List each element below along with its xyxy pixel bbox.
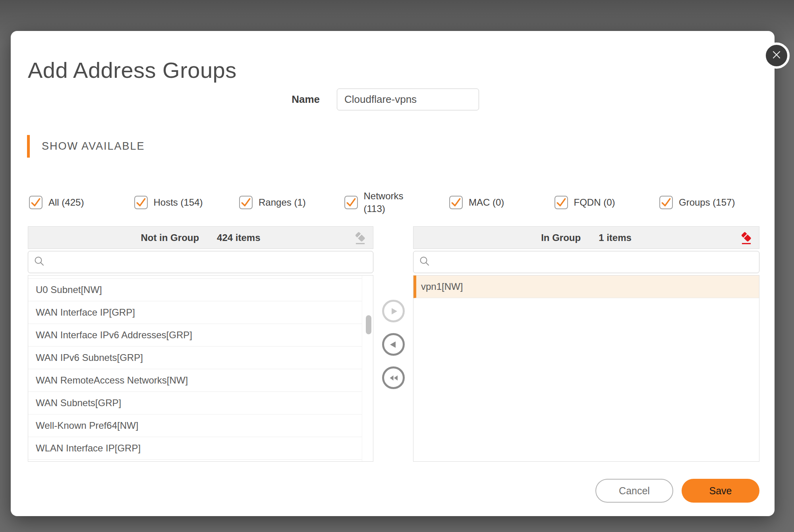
checkbox-checked-icon[interactable] <box>134 196 148 209</box>
name-field-label: Name <box>273 89 320 110</box>
clear-left-list-button[interactable] <box>353 230 367 245</box>
filter-checkbox[interactable]: Groups (157) <box>659 186 765 219</box>
save-button[interactable]: Save <box>682 479 759 503</box>
filter-checkbox[interactable]: Ranges (1) <box>239 186 344 219</box>
checkbox-checked-icon[interactable] <box>554 196 568 209</box>
move-all-left-button[interactable] <box>382 366 405 389</box>
section-accent-bar <box>27 135 30 158</box>
in-group-header: In Group 1 items <box>413 226 759 249</box>
in-group-title: In Group <box>541 232 581 243</box>
list-item[interactable]: U0 Subnet[NW] <box>28 279 362 301</box>
not-in-group-count: 424 items <box>217 232 260 243</box>
screen-backdrop: Add Address Groups Name SHOW AVAILABLE A… <box>0 0 794 532</box>
arrow-right-icon <box>388 306 399 317</box>
checkbox-checked-icon[interactable] <box>29 196 43 209</box>
close-button[interactable] <box>763 42 790 69</box>
list-item[interactable]: WAN Interface IPv6 Addresses[GRP] <box>28 324 362 347</box>
filter-label: FQDN (0) <box>574 196 615 209</box>
scrollbar-track <box>362 276 362 461</box>
selected-list-item[interactable]: vpn1[NW] <box>413 276 759 298</box>
filter-label: All (425) <box>48 196 84 209</box>
scrollbar-thumb[interactable] <box>366 315 371 334</box>
in-group-panel: In Group 1 items <box>413 226 759 462</box>
filter-checkbox[interactable]: Hosts (154) <box>134 186 240 219</box>
in-group-list: vpn1[NW] <box>413 275 759 462</box>
list-item[interactable]: WAN Interface IP[GRP] <box>28 301 362 324</box>
add-address-groups-dialog: Add Address Groups Name SHOW AVAILABLE A… <box>11 31 775 516</box>
list-item[interactable]: WAN Subnets[GRP] <box>28 392 362 414</box>
filter-checkbox[interactable]: FQDN (0) <box>554 186 660 219</box>
filter-label: MAC (0) <box>469 196 504 209</box>
filter-label: Networks (113) <box>364 190 409 216</box>
in-group-count: 1 items <box>599 232 632 243</box>
filter-checkbox[interactable]: MAC (0) <box>449 186 554 219</box>
checkbox-checked-icon[interactable] <box>239 196 253 209</box>
checkbox-checked-icon[interactable] <box>449 196 463 209</box>
filter-checkbox[interactable]: Networks (113) <box>344 186 450 219</box>
checkbox-checked-icon[interactable] <box>659 196 673 209</box>
arrow-left-icon <box>388 339 399 350</box>
list-item[interactable]: Well-Known Pref64[NW] <box>28 414 362 437</box>
filter-checkbox[interactable]: All (425) <box>29 186 134 219</box>
double-arrow-left-icon <box>388 372 399 384</box>
not-in-group-search-input[interactable] <box>28 251 373 273</box>
list-item[interactable]: WAN RemoteAccess Networks[NW] <box>28 369 362 392</box>
transfer-controls <box>382 300 405 389</box>
not-in-group-header: Not in Group 424 items <box>28 226 373 249</box>
in-group-search-input[interactable] <box>413 251 759 273</box>
show-available-heading: SHOW AVAILABLE <box>42 135 145 158</box>
eraser-icon <box>740 231 753 245</box>
clear-right-list-button[interactable] <box>739 230 753 245</box>
not-in-group-title: Not in Group <box>141 232 199 243</box>
partially-scrolled-row <box>28 276 362 279</box>
list-item[interactable]: WAN IPv6 Subnets[GRP] <box>28 347 362 369</box>
eraser-icon <box>354 231 367 245</box>
list-item[interactable]: WLAN Interface IP[GRP] <box>28 437 362 460</box>
name-input[interactable] <box>337 89 479 110</box>
not-in-group-panel: Not in Group 424 items <box>28 226 373 462</box>
cancel-button[interactable]: Cancel <box>595 479 673 503</box>
checkbox-checked-icon[interactable] <box>344 196 358 209</box>
move-right-button[interactable] <box>382 300 405 322</box>
page-title: Add Address Groups <box>28 57 237 83</box>
filter-label: Groups (157) <box>679 196 735 209</box>
filter-checkbox-row: All (425) Hosts (154) <box>29 186 765 219</box>
close-icon <box>771 49 782 62</box>
not-in-group-list: U0 Subnet[NW] WAN Interface IP[GRP] WAN … <box>28 275 373 462</box>
move-left-button[interactable] <box>382 333 405 356</box>
filter-label: Ranges (1) <box>259 196 306 209</box>
filter-label: Hosts (154) <box>154 196 203 209</box>
